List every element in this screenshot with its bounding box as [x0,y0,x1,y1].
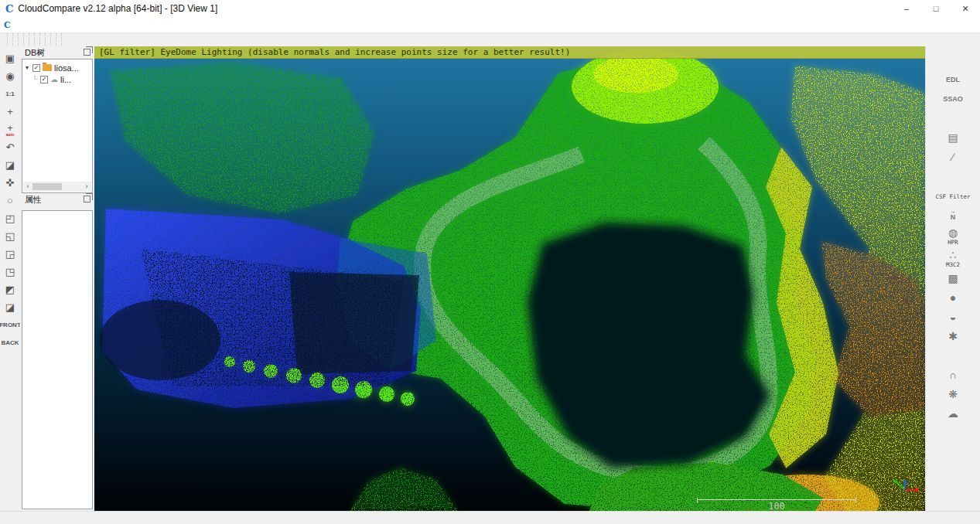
icon-glyph: ☁ [948,408,958,419]
tree-item-label: liosa... [54,63,79,73]
icon-caption: auto [6,133,15,137]
left-dock: DB树 ▼ ✓ liosa... └ ✓ ☁ li... ‹ › 属性 [20,46,94,511]
icon-text: BACK [1,340,19,346]
icon-caption: M3C2 [946,262,960,268]
icon-glyph: ∴ [950,250,957,260]
db-tree-header: DB树 [20,46,94,59]
icon-glyph: ◰ [5,213,15,223]
menu-bar: C [0,17,980,32]
point-cloud-render [94,46,925,511]
checkbox[interactable]: ✓ [32,64,40,72]
axes-trihedron-icon [888,478,922,496]
icon-glyph: ◪ [5,160,15,170]
menu-items [12,23,99,26]
icon-text: FRONT [0,322,21,328]
icon-glyph: ▩ [948,273,958,284]
gl-filter-banner: [GL filter] EyeDome Lighting (disable no… [94,46,925,59]
icon-glyph: + [7,123,13,133]
main-toolbar [0,32,980,46]
tree-item-cloud[interactable]: └ ✓ ☁ li... [24,73,90,85]
icon-glyph: ▤ [948,132,958,143]
folder-icon [43,64,52,71]
minimize-button[interactable]: – [892,0,921,17]
viewport-3d[interactable]: [GL filter] EyeDome Lighting (disable no… [94,46,925,511]
toolbar-group [23,33,29,47]
icon-glyph: ∕ [952,151,954,162]
title-bar: C CloudCompare v2.12 alpha [64-bit] - [3… [0,0,980,17]
icon-glyph: ● [950,292,956,303]
toolbar-group [50,33,56,47]
toolbar-group [45,33,50,47]
icon-glyph: ❋ [948,389,958,400]
toolbar-group [18,33,23,47]
icon-glyph: ↶ [6,142,15,152]
icon-glyph: ◲ [5,249,15,259]
tree-hscrollbar[interactable]: ‹ › [23,182,91,192]
toolbar-group [61,33,67,47]
cloud-icon: ☁ [50,76,58,83]
scale-bar-line [697,499,856,500]
icon-glyph: ✜ [6,178,15,188]
toolbar-group [7,33,12,47]
icon-caption: HPR [948,240,958,246]
toolbar-group [12,33,18,47]
toolbar-group [34,33,39,47]
float-panel-button[interactable] [84,49,90,56]
properties-header: 属性 [20,193,94,206]
icon-text: N [951,214,956,221]
close-button[interactable]: ✕ [951,0,980,17]
branch-line: └ [32,75,38,83]
checkbox[interactable]: ✓ [40,76,48,83]
icon-glyph: ◉ [5,71,14,81]
db-tree-panel[interactable]: ▼ ✓ liosa... └ ✓ ☁ li... ‹ › [22,59,93,193]
toolbar-group [39,33,45,47]
toolbar-group [29,33,34,47]
icon-text: 1:1 [5,91,15,97]
icon-glyph: ∩ [949,369,957,380]
scroll-right-arrow[interactable]: › [83,183,90,190]
left-view-toolbar: ▣ ◉ 1:1 + + auto ↶ [0,46,20,511]
icon-glyph: ◒ [950,311,956,322]
icon-caption: CSF Filter [935,194,970,200]
toolbar-group [56,33,61,47]
expand-arrow-icon[interactable]: ▼ [24,65,30,70]
icon-text: SSAO [943,96,963,103]
icon-glyph: + [7,107,13,117]
tree-item-label: li... [60,75,71,84]
icon-glyph: ◳ [5,267,15,277]
icon-glyph: ○ [7,196,13,206]
icon-glyph: ◪ [5,302,15,312]
icon-glyph: ◱ [5,231,15,241]
properties-title: 属性 [25,194,42,206]
scale-bar: 100 [697,499,856,511]
icon-glyph: ✱ [948,331,958,342]
app-logo-icon: C [5,4,13,14]
right-plugin-toolbar: EDL SSAO ▤ ∕ [925,46,980,511]
window-title: CloudCompare v2.12 alpha [64-bit] - [3D … [18,3,217,14]
view-window-icon: C [4,21,11,29]
window-controls: – □ ✕ [892,0,980,17]
icon-glyph: ▣ [5,53,15,63]
scale-bar-label: 100 [697,501,856,511]
db-tree-title: DB树 [25,47,45,59]
maximize-button[interactable]: □ [921,0,951,17]
status-bar [0,511,980,524]
icon-glyph: ◍ [948,227,958,238]
properties-panel [22,210,93,509]
icon-glyph: ◩ [5,284,15,294]
icon-text: EDL [946,77,960,83]
tree-item-root[interactable]: ▼ ✓ liosa... [24,62,90,73]
scroll-thumb[interactable] [32,183,62,190]
scroll-left-arrow[interactable]: ‹ [24,183,32,190]
float-panel-button[interactable] [84,196,90,202]
